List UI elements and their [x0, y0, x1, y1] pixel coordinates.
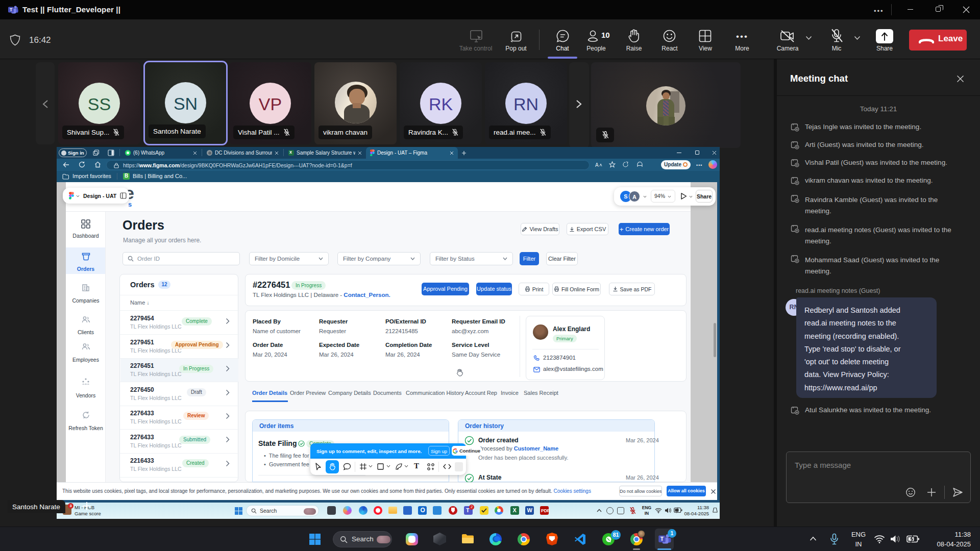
svg-text:A: A [595, 162, 599, 168]
svg-text:T: T [660, 536, 664, 542]
svg-text:T: T [10, 7, 13, 12]
